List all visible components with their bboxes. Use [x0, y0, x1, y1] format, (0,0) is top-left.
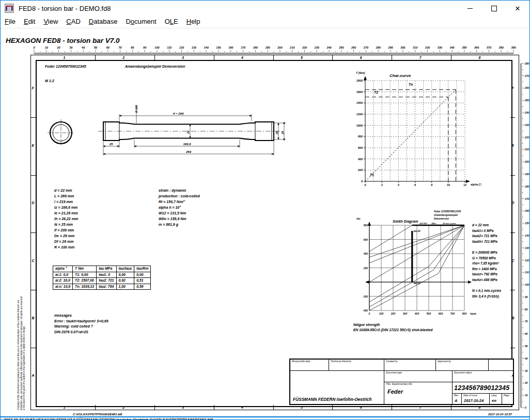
table-row: al.n: 10,9Tn: 1639,13tauz: 7841,000,56	[53, 284, 151, 290]
sheet-row-ref: B	[32, 316, 35, 320]
svg-text:1Mio: 1Mio	[431, 222, 437, 225]
svg-text:Char.curve: Char.curve	[389, 73, 411, 78]
svg-text:26: 26	[275, 131, 278, 135]
smith-diagram-chart: tau k2tau k10100200300400500600700800-40…	[352, 208, 481, 319]
svg-text:lf = 209: lf = 209	[173, 112, 184, 115]
svg-text:6: 6	[414, 183, 416, 186]
svg-text:210: 210	[524, 148, 529, 151]
svg-text:180: 180	[253, 46, 258, 49]
table-row: al.1: 0,0T1: 0,00tau1: 00,000,00	[53, 272, 151, 278]
svg-text:250: 250	[338, 46, 344, 49]
svg-text:0: 0	[366, 281, 368, 284]
client-area: HEXAGON FED8 - torsion bar V7.0 01020304…	[1, 28, 529, 419]
svg-text:260: 260	[351, 46, 356, 49]
svg-text:269: 269	[185, 150, 192, 153]
svg-text:R 100: R 100	[135, 105, 138, 113]
svg-text:390: 390	[511, 46, 516, 49]
svg-text:270: 270	[363, 46, 368, 49]
fatigue-strength-note: fatigue strength EN 10089-55Cr3 (DIN 172…	[353, 322, 432, 332]
parameter-list-load: strain : dynamic production : cold-coile…	[159, 188, 200, 227]
svg-text:400: 400	[357, 158, 363, 161]
svg-text:10: 10	[525, 394, 528, 397]
document-status-label: Document status	[453, 371, 513, 382]
svg-text:200: 200	[524, 160, 529, 163]
sheet-col-ref: 8	[479, 406, 481, 409]
menu-file[interactable]: File	[1, 16, 20, 26]
svg-text:100: 100	[379, 312, 384, 315]
document-title: Feder	[387, 388, 403, 395]
svg-text:30: 30	[69, 46, 72, 49]
sheet-col-ref: 5	[301, 406, 303, 409]
svg-text:600: 600	[358, 146, 363, 149]
result-table: alpha °T Nmtau MPatau/tauztau/Rmal.1: 0,…	[53, 266, 151, 290]
page-label: Page	[502, 394, 513, 397]
svg-text:280: 280	[376, 46, 381, 49]
minimize-icon	[467, 8, 473, 9]
date-of-issue-label: Date of issue	[462, 394, 489, 397]
svg-text:80: 80	[525, 308, 528, 311]
maximize-button[interactable]	[482, 1, 506, 16]
svg-text:140: 140	[525, 234, 529, 237]
print-datetime: 2017-10-24 10:57	[488, 413, 512, 416]
svg-text:220: 220	[524, 136, 529, 139]
svg-text:160: 160	[525, 209, 529, 212]
result-table-grid: alpha °T Nmtau MPatau/tauztau/Rmal.1: 0,…	[53, 266, 151, 290]
drawing-sheet: Feder 123456789012345 Anwendungsbeispiel…	[30, 55, 519, 410]
svg-text:Anwendungsbeispiel: Anwendungsbeispiel	[433, 214, 458, 216]
table-header: tau/tauz	[116, 266, 134, 272]
svg-text:25: 25	[109, 143, 113, 146]
minimize-button[interactable]	[458, 1, 482, 16]
svg-text:320: 320	[425, 46, 430, 49]
svg-text:12: 12	[463, 183, 466, 186]
menu-document[interactable]: Document	[121, 16, 160, 26]
svg-text:1800: 1800	[356, 79, 363, 82]
menu-ole[interactable]: OLE	[161, 16, 182, 26]
svg-text:210: 210	[289, 46, 294, 49]
svg-text:0: 0	[361, 180, 363, 183]
sheet-row-ref: D	[512, 201, 515, 205]
svg-text:260: 260	[524, 86, 529, 89]
svg-text:29: 29	[281, 131, 284, 135]
svg-text:360: 360	[474, 46, 479, 49]
menu-edit[interactable]: Edit	[20, 16, 39, 26]
svg-text:-400: -400	[363, 309, 368, 312]
table-header: T Nm	[73, 266, 97, 272]
file-path: C:\VOLKA\FPSTPTRAIN\DEMO.fd8	[73, 413, 122, 416]
svg-text:20: 20	[524, 381, 528, 384]
menu-bar: FileEditViewCADDatabaseDocumentOLEHelp	[1, 16, 529, 28]
svg-text:190: 190	[266, 46, 270, 49]
svg-text:60: 60	[525, 332, 528, 335]
status-bar: 2017-10-24 10:57 HEXAGON FED8 V7.0 FÜSSM…	[4, 417, 526, 420]
menu-view[interactable]: View	[39, 16, 62, 26]
vertical-ruler: 0102030405060708090100110120130140150160…	[518, 53, 529, 412]
svg-text:40: 40	[524, 357, 528, 360]
menu-database[interactable]: Database	[85, 16, 122, 26]
title-bar[interactable]: FED8 - torsion bar - DEMO.fd8 ✕	[1, 1, 529, 16]
svg-text:600: 600	[364, 238, 368, 241]
sheet-col-ref: 7	[419, 406, 422, 409]
title-block: Responsible dept. Technical reference Cr…	[289, 359, 514, 405]
sheet-col-ref: 8	[479, 56, 481, 59]
svg-text:tau: tau	[356, 217, 361, 220]
svg-text:330: 330	[438, 46, 442, 49]
menu-cad[interactable]: CAD	[62, 16, 84, 26]
document-number: 123456789012345	[454, 384, 509, 392]
svg-text:340: 340	[449, 46, 454, 49]
svg-text:70: 70	[119, 46, 122, 49]
svg-text:10: 10	[45, 46, 48, 49]
example-label: Anwendungsbeispiel Demoversion	[125, 65, 185, 68]
svg-text:tau k1: tau k1	[414, 282, 421, 285]
svg-text:150: 150	[216, 46, 221, 49]
svg-text:400: 400	[414, 312, 419, 315]
sheet-row-ref: A	[512, 374, 515, 377]
svg-text:0: 0	[525, 406, 526, 409]
date-of-issue-value: 2017-10-24	[464, 398, 484, 403]
menu-help[interactable]: Help	[182, 16, 205, 26]
svg-text:1000: 1000	[356, 124, 363, 127]
sheet-col-ref: 6	[360, 56, 362, 59]
technical-reference-label: Technical reference	[329, 360, 384, 371]
svg-text:-200: -200	[363, 295, 368, 298]
svg-text:380: 380	[499, 46, 504, 49]
lang-label: Lang.	[490, 394, 502, 397]
close-button[interactable]: ✕	[506, 1, 529, 16]
